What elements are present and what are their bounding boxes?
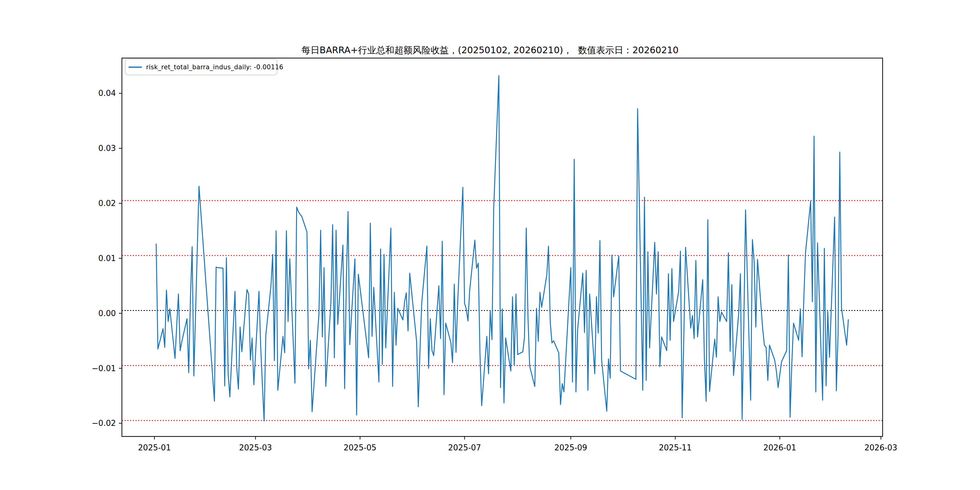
x-tick-label: 2025-03 — [239, 443, 272, 452]
legend: risk_ret_total_barra_indus_daily: -0.001… — [125, 59, 277, 75]
legend-label: risk_ret_total_barra_indus_daily: -0.001… — [146, 64, 283, 71]
x-tick-label: 2026-01 — [764, 443, 796, 452]
legend-line-swatch — [129, 67, 142, 68]
x-tick-label: 2025-09 — [554, 443, 587, 452]
y-tick-label: 0.00 — [98, 309, 116, 318]
axes-border — [122, 58, 883, 436]
series-line-risk_ret_total_barra_indus_daily — [156, 76, 848, 421]
x-tick-label: 2025-11 — [659, 443, 692, 452]
y-tick-label: −0.02 — [92, 418, 116, 428]
y-tick-label: 0.02 — [98, 199, 116, 208]
x-tick-label: 2026-03 — [864, 443, 897, 452]
figure-canvas: 2025-012025-032025-052025-072025-092025-… — [0, 0, 980, 490]
x-tick-label: 2025-07 — [448, 443, 481, 452]
y-tick-label: 0.01 — [98, 254, 116, 263]
y-tick-label: −0.01 — [92, 364, 116, 373]
y-tick-label: 0.04 — [98, 89, 116, 98]
y-tick-label: 0.03 — [98, 144, 116, 153]
x-tick-label: 2025-01 — [138, 443, 171, 452]
x-tick-label: 2025-05 — [344, 443, 377, 452]
chart-title: 每日BARRA+行业总和超额风险收益，(20250102, 20260210)，… — [0, 44, 980, 57]
